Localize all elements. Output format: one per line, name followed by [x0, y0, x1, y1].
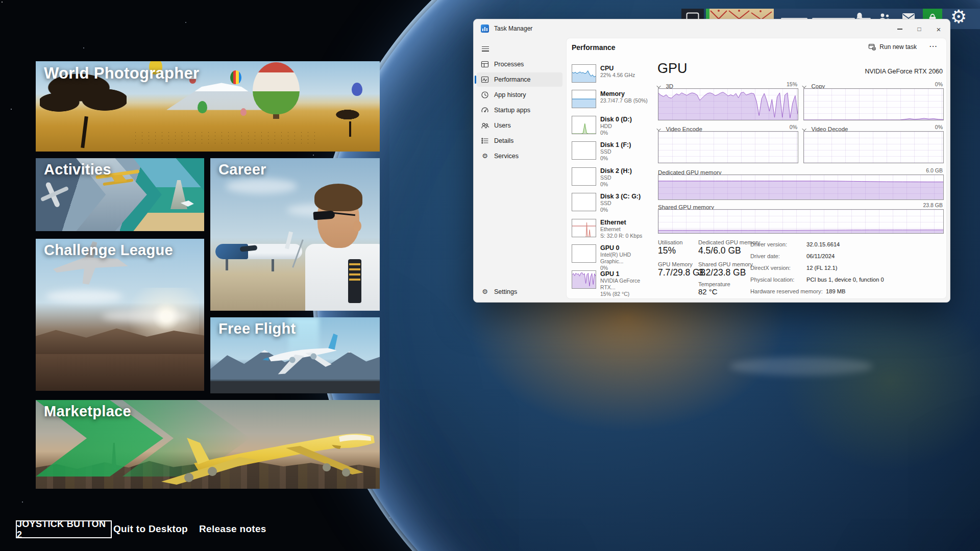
sidebar-item-processes[interactable]: Processes — [477, 57, 562, 71]
sidebar-item-users[interactable]: Users — [477, 118, 562, 133]
app-history-icon — [481, 91, 489, 99]
tile-title: Free Flight — [218, 320, 296, 337]
balloon-basket — [273, 114, 279, 119]
close-icon: × — [937, 25, 941, 34]
sidebar-item-label: Details — [494, 137, 513, 144]
perf-item-disk0[interactable]: Disk 0 (D:) HDD 0% — [571, 116, 655, 140]
chart-value: 0% — [935, 81, 943, 87]
perf-item-cpu[interactable]: CPU 22% 4.56 GHz — [571, 64, 655, 89]
startup-apps-icon — [481, 106, 489, 114]
sidebar-item-label: App history — [494, 91, 526, 98]
users-icon — [481, 121, 489, 130]
sidebar-item-startup-apps[interactable]: Startup apps — [477, 103, 562, 117]
perf-item-sub2: 0% — [600, 130, 632, 136]
chart-value: 15% — [787, 81, 797, 87]
run-new-task-button[interactable]: Run new task — [868, 43, 917, 51]
memory-mini-chart — [572, 90, 596, 108]
perf-item-sub: 22% 4.56 GHz — [600, 72, 635, 79]
tile-free-flight[interactable]: Free Flight — [210, 317, 380, 393]
tile-activities[interactable]: Activities — [36, 158, 204, 231]
quit-to-desktop-button[interactable]: Quit to Desktop — [113, 523, 188, 535]
perf-item-sub2: 0% — [600, 181, 632, 188]
striped-hot-air-balloon — [253, 62, 300, 114]
perf-item-name: Disk 3 (C: G:) — [600, 193, 641, 200]
perf-item-name: Disk 0 (D:) — [600, 116, 632, 123]
task-manager-sidebar: Processes Performance App history Startu… — [474, 38, 566, 302]
chart-value: 6.0 GB — [926, 167, 943, 173]
maximize-icon: □ — [917, 26, 921, 33]
sidebar-item-app-history[interactable]: App history — [477, 88, 562, 102]
chevron-down-icon — [802, 84, 806, 88]
hamburger-menu-button[interactable] — [482, 45, 489, 53]
release-notes-button[interactable]: Release notes — [199, 523, 266, 535]
tile-career[interactable]: Career — [210, 158, 380, 311]
tile-challenge-league[interactable]: Challenge League — [36, 239, 204, 391]
perf-item-sub: Intel(R) UHD Graphic... — [600, 252, 655, 265]
perf-item-sub2: 0% — [600, 207, 641, 213]
sidebar-item-label: Services — [494, 153, 519, 160]
detail-label: DirectX version: — [750, 265, 806, 271]
disk3-mini-chart — [572, 193, 596, 211]
window-title: Task Manager — [494, 25, 532, 32]
processes-icon — [481, 60, 489, 68]
gpu-video-decode-chart — [803, 131, 944, 163]
settings-icon: ⚙ — [481, 288, 489, 296]
services-icon: ⚙ — [481, 152, 489, 160]
tile-marketplace[interactable]: Marketplace — [36, 400, 380, 489]
perf-item-ethernet[interactable]: Ethernet Ethernet S: 32.0 R: 0 Kbps — [571, 219, 655, 243]
minimize-icon — [897, 29, 902, 29]
stat-shared-memory: Shared GPU memory 3.2/23.8 GB — [698, 261, 753, 278]
perf-item-sub: Ethernet — [600, 226, 642, 233]
titlebar[interactable]: Task Manager □ × — [474, 19, 950, 38]
stat-label: Shared GPU memory — [698, 261, 753, 267]
perf-item-name: CPU — [600, 65, 635, 72]
perf-item-gpu0[interactable]: GPU 0 Intel(R) UHD Graphic... 0% — [571, 244, 655, 269]
green-balloon — [198, 101, 207, 113]
sidebar-item-details[interactable]: Details — [477, 134, 562, 148]
gpu-3d-chart — [658, 88, 798, 120]
perf-item-memory[interactable]: Memory 23.7/47.7 GB (50%) — [571, 90, 655, 114]
perf-item-disk2[interactable]: Disk 2 (H:) SSD 0% — [571, 167, 655, 192]
performance-icon — [481, 76, 489, 84]
perf-item-gpu1[interactable]: GPU 1 NVIDIA GeForce RTX... 15% (82 °C) — [571, 270, 655, 295]
detail-label: Driver date: — [750, 253, 806, 259]
blue-balloon — [352, 83, 362, 96]
close-button[interactable]: × — [931, 23, 946, 35]
shared-gpu-memory-chart — [658, 209, 944, 234]
gpu-copy-chart — [803, 88, 944, 120]
stat-value: 82 °C — [698, 287, 730, 296]
detail-label: Driver version: — [750, 241, 806, 247]
sidebar-item-services[interactable]: ⚙ Services — [477, 149, 562, 163]
gpu-device-name: NVIDIA GeForce RTX 2060 — [790, 68, 943, 75]
perf-item-sub: NVIDIA GeForce RTX... — [600, 278, 655, 291]
stat-value: 3.2/23.8 GB — [698, 267, 753, 278]
perf-item-name: GPU 0 — [600, 244, 655, 252]
sidebar-item-label: Performance — [494, 76, 531, 83]
more-options-button[interactable]: ⋯ — [929, 41, 937, 51]
chevron-down-icon — [656, 127, 660, 131]
perf-item-sub: SSD — [600, 148, 631, 155]
joystick-button-hint: JOYSTICK BUTTON 2 — [16, 520, 112, 538]
tile-world-photographer[interactable]: World Photographer — [36, 61, 380, 152]
perf-item-disk3[interactable]: Disk 3 (C: G:) SSD 0% — [571, 193, 655, 217]
chevron-down-icon — [656, 84, 660, 88]
detail-value: PCI bus 1, device 0, function 0 — [806, 277, 884, 283]
disk2-mini-chart — [572, 167, 596, 186]
maximize-button[interactable]: □ — [912, 23, 927, 35]
minimize-button[interactable] — [892, 23, 908, 35]
tile-title: Marketplace — [44, 403, 131, 420]
sidebar-item-performance[interactable]: Performance — [477, 72, 562, 87]
perf-item-disk1[interactable]: Disk 1 (F:) SSD 0% — [571, 141, 655, 166]
stat-value: 15% — [658, 245, 683, 256]
tile-title: World Photographer — [44, 64, 200, 83]
dedicated-gpu-memory-chart — [658, 174, 944, 200]
sidebar-item-settings[interactable]: ⚙ Settings — [477, 285, 562, 299]
settings-gear-icon[interactable]: ⚙ — [950, 6, 967, 28]
detail-label: Physical location: — [750, 277, 806, 283]
chart-value: 0% — [790, 124, 797, 130]
detail-value: 189 MB — [826, 288, 846, 294]
performance-panel: Performance Run new task ⋯ CPU 22% 4.56 … — [566, 38, 947, 299]
details-icon — [481, 137, 489, 145]
desktop: World Photographer Activities — [0, 0, 980, 551]
perf-item-sub: SSD — [600, 200, 641, 207]
